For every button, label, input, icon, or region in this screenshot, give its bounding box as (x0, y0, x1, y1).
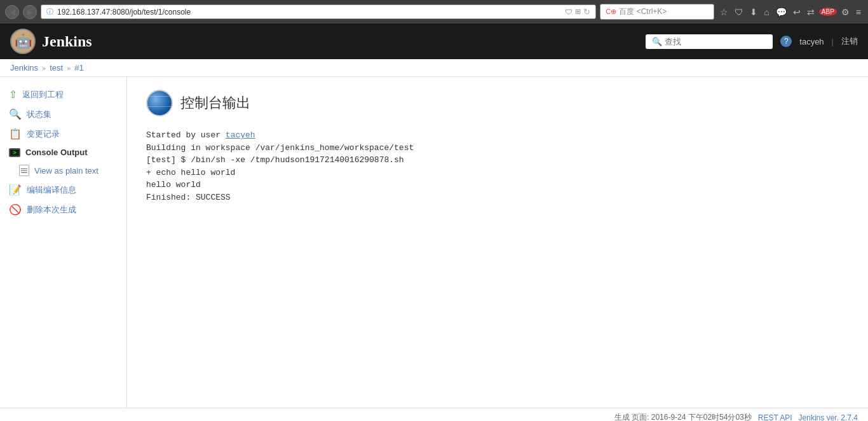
sidebar-link-plaintext[interactable]: View as plain text (34, 166, 98, 176)
search-icon: 🔍 (652, 37, 662, 46)
breadcrumb-sep-1: » (42, 64, 46, 72)
console-line-1-text: Started by user (146, 130, 226, 140)
extension-icon[interactable]: ⚙ (839, 6, 851, 18)
browser-chrome: ◀ ▶ ⓘ 192.168.137.47:8080/job/test/1/con… (0, 0, 868, 24)
browser-search[interactable]: C⊕ 百度 <Ctrl+K> (600, 4, 714, 20)
search-placeholder-text: 百度 <Ctrl+K> (619, 6, 667, 17)
page-title: 控制台输出 (180, 93, 250, 113)
sidebar-item-delete[interactable]: 🚫 删除本次生成 (0, 200, 126, 219)
forward-button[interactable]: ▶ (23, 5, 37, 19)
main-layout: ⇧ 返回到工程 🔍 状态集 📋 变更记录 Console Output View… (0, 77, 868, 408)
jenkins-title: Jenkins (42, 33, 92, 50)
console-line-6: Finished: SUCCESS (146, 191, 849, 204)
delete-icon: 🚫 (9, 204, 22, 216)
console-icon (9, 148, 20, 157)
footer-version-link[interactable]: Jenkins ver. 2.7.4 (799, 413, 858, 422)
console-line-2: Building in workspace /var/jenkins_home/… (146, 142, 849, 155)
star-icon[interactable]: ☆ (718, 6, 730, 18)
sidebar-link-console[interactable]: Console Output (25, 148, 88, 157)
jenkins-logo: 🤖 Jenkins (10, 29, 92, 54)
sidebar-item-status[interactable]: 🔍 状态集 (0, 104, 126, 124)
refresh-icon[interactable]: ↻ (583, 7, 590, 17)
history-icon[interactable]: ↩ (791, 6, 803, 18)
sidebar-link-changes[interactable]: 变更记录 (27, 128, 60, 140)
info-icon: ⓘ (46, 7, 53, 17)
header-search-input[interactable] (665, 37, 760, 46)
chat-icon[interactable]: 💬 (774, 6, 789, 18)
download-icon[interactable]: ⬇ (748, 6, 759, 18)
help-button[interactable]: ? (780, 36, 792, 47)
globe-icon (146, 90, 173, 116)
jenkins-header: 🤖 Jenkins 🔍 ? tacyeh | 注销 (0, 24, 868, 59)
sidebar-item-changes[interactable]: 📋 变更记录 (0, 124, 126, 144)
page-title-container: 控制台输出 (146, 90, 849, 116)
sidebar: ⇧ 返回到工程 🔍 状态集 📋 变更记录 Console Output View… (0, 77, 127, 408)
console-line-3: [test] $ /bin/sh -xe /tmp/hudson19172140… (146, 154, 849, 167)
sidebar-link-edit[interactable]: 编辑编译信息 (27, 184, 76, 196)
browser-toolbar: ☆ 🛡 ⬇ ⌂ 💬 ↩ ⇄ ABP ⚙ ≡ (718, 6, 863, 18)
console-line-1-link[interactable]: tacyeh (226, 130, 255, 140)
sidebar-item-back[interactable]: ⇧ 返回到工程 (0, 85, 126, 104)
menu-icon[interactable]: ≡ (854, 6, 863, 18)
search-provider-icon: C⊕ (606, 8, 616, 16)
sidebar-link-status[interactable]: 状态集 (27, 109, 51, 120)
header-search-box[interactable]: 🔍 (646, 34, 773, 49)
breadcrumb-test[interactable]: test (50, 63, 63, 72)
sidebar-item-console[interactable]: Console Output (0, 144, 126, 161)
breadcrumb-sep-2: » (67, 64, 71, 72)
edit-icon: 📝 (9, 184, 22, 196)
sidebar-item-plaintext[interactable]: View as plain text (0, 161, 126, 180)
plaintext-icon (19, 165, 29, 176)
breadcrumb: Jenkins » test » #1 (0, 59, 868, 77)
console-line-1: Started by user tacyeh (146, 129, 849, 142)
footer-generated-text: 生成 页面: 2016-9-24 下午02时54分03秒 (614, 412, 752, 421)
bookmark-icon: ⊞ (575, 8, 581, 16)
sidebar-link-delete[interactable]: 删除本次生成 (27, 204, 76, 216)
breadcrumb-build[interactable]: #1 (74, 63, 83, 72)
logout-button[interactable]: 注销 (841, 36, 858, 47)
abp-icon[interactable]: ABP (819, 8, 837, 16)
back-button[interactable]: ◀ (5, 5, 19, 19)
console-output: Started by user tacyeh Building in works… (146, 129, 849, 204)
shield-toolbar-icon[interactable]: 🛡 (733, 6, 745, 18)
sidebar-link-back[interactable]: 返回到工程 (22, 89, 64, 100)
console-line-4: + echo hello world (146, 167, 849, 179)
magnifier-icon: 🔍 (9, 108, 22, 120)
breadcrumb-jenkins[interactable]: Jenkins (10, 63, 38, 72)
changes-icon: 📋 (9, 128, 22, 140)
url-text: 192.168.137.47:8080/job/test/1/console (57, 8, 191, 17)
footer: 生成 页面: 2016-9-24 下午02时54分03秒 REST API Je… (0, 408, 868, 421)
separator: | (832, 37, 834, 46)
address-bar[interactable]: ⓘ 192.168.137.47:8080/job/test/1/console… (41, 4, 596, 19)
back-arrow-icon: ⇧ (9, 88, 17, 100)
footer-rest-api-link[interactable]: REST API (758, 413, 792, 422)
jenkins-avatar: 🤖 (10, 29, 36, 54)
console-line-5: hello world (146, 179, 849, 191)
user-name: tacyeh (799, 37, 824, 46)
home-icon[interactable]: ⌂ (762, 6, 771, 18)
header-right: 🔍 ? tacyeh | 注销 (646, 34, 858, 49)
content-area: 控制台输出 Started by user tacyeh Building in… (127, 77, 868, 408)
sidebar-item-edit[interactable]: 📝 编辑编译信息 (0, 180, 126, 200)
shield-icon: 🛡 (565, 8, 573, 17)
sync-icon[interactable]: ⇄ (805, 6, 817, 18)
